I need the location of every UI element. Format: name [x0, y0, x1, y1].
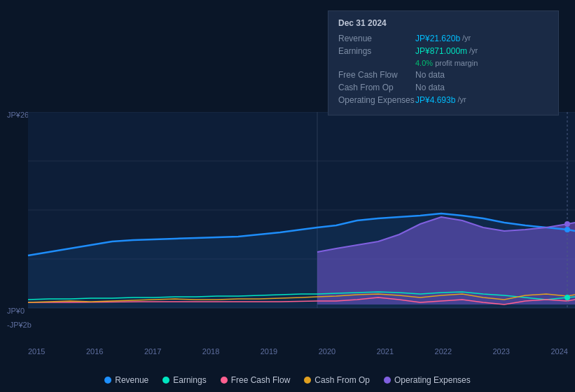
- legend-dot-fcf: [221, 377, 228, 384]
- legend-label-earnings: Earnings: [173, 375, 206, 385]
- tooltip-row-margin: 4.0% profit margin: [338, 59, 548, 67]
- legend-label-fcf: Free Cash Flow: [231, 375, 291, 385]
- tooltip-date: Dec 31 2024: [338, 18, 548, 28]
- x-label-2015: 2015: [28, 347, 45, 356]
- tooltip-label-revenue: Revenue: [338, 34, 415, 43]
- tooltip-unit-opex: /yr: [457, 95, 466, 104]
- tooltip-unit-revenue: /yr: [462, 34, 471, 42]
- tooltip-value-revenue: JP¥21.620b: [415, 34, 460, 43]
- legend-dot-earnings: [162, 377, 169, 384]
- chart-legend: Revenue Earnings Free Cash Flow Cash Fro…: [0, 375, 575, 385]
- legend-item-cfo[interactable]: Cash From Op: [304, 375, 370, 385]
- tooltip-row-cfo: Cash From Op No data: [338, 83, 548, 92]
- tooltip-label-opex: Operating Expenses: [338, 95, 415, 105]
- tooltip-label-cfo: Cash From Op: [338, 83, 415, 92]
- tooltip-panel: Dec 31 2024 Revenue JP¥21.620b /yr Earni…: [328, 10, 559, 115]
- x-label-2019: 2019: [261, 347, 277, 356]
- legend-item-revenue[interactable]: Revenue: [104, 375, 148, 385]
- x-label-2023: 2023: [493, 347, 510, 356]
- tooltip-profit-margin: 4.0% profit margin: [415, 59, 478, 67]
- x-axis-labels: 2015 2016 2017 2018 2019 2020 2021 2022 …: [28, 347, 568, 356]
- legend-label-cfo: Cash From Op: [314, 375, 370, 385]
- legend-item-fcf[interactable]: Free Cash Flow: [221, 375, 291, 385]
- x-label-2021: 2021: [377, 347, 394, 356]
- legend-label-opex: Operating Expenses: [394, 375, 471, 385]
- tooltip-value-opex: JP¥4.693b: [415, 95, 455, 105]
- tooltip-label-earnings: Earnings: [338, 46, 415, 56]
- tooltip-unit-earnings: /yr: [469, 46, 478, 55]
- svg-point-10: [564, 221, 570, 227]
- tooltip-row-fcf: Free Cash Flow No data: [338, 70, 548, 80]
- tooltip-value-cfo: No data: [415, 83, 445, 92]
- legend-dot-cfo: [304, 377, 311, 384]
- tooltip-row-opex: Operating Expenses JP¥4.693b /yr: [338, 95, 548, 105]
- x-label-2022: 2022: [435, 347, 452, 356]
- svg-point-9: [564, 295, 570, 300]
- x-label-2020: 2020: [319, 347, 335, 356]
- legend-item-earnings[interactable]: Earnings: [162, 375, 206, 385]
- x-label-2018: 2018: [202, 347, 219, 356]
- tooltip-value-earnings: JP¥871.000m: [415, 46, 467, 56]
- tooltip-value-fcf: No data: [415, 70, 445, 80]
- tooltip-label-fcf: Free Cash Flow: [338, 70, 415, 80]
- x-label-2017: 2017: [144, 347, 161, 356]
- tooltip-row-revenue: Revenue JP¥21.620b /yr: [338, 34, 548, 43]
- chart-svg: [0, 112, 575, 329]
- svg-point-8: [564, 227, 570, 232]
- legend-dot-revenue: [104, 377, 111, 384]
- legend-dot-opex: [384, 377, 391, 384]
- legend-item-opex[interactable]: Operating Expenses: [384, 375, 471, 385]
- legend-label-revenue: Revenue: [115, 375, 148, 385]
- x-label-2016: 2016: [86, 347, 103, 356]
- x-label-2024: 2024: [550, 347, 567, 356]
- tooltip-row-earnings: Earnings JP¥871.000m /yr: [338, 46, 548, 56]
